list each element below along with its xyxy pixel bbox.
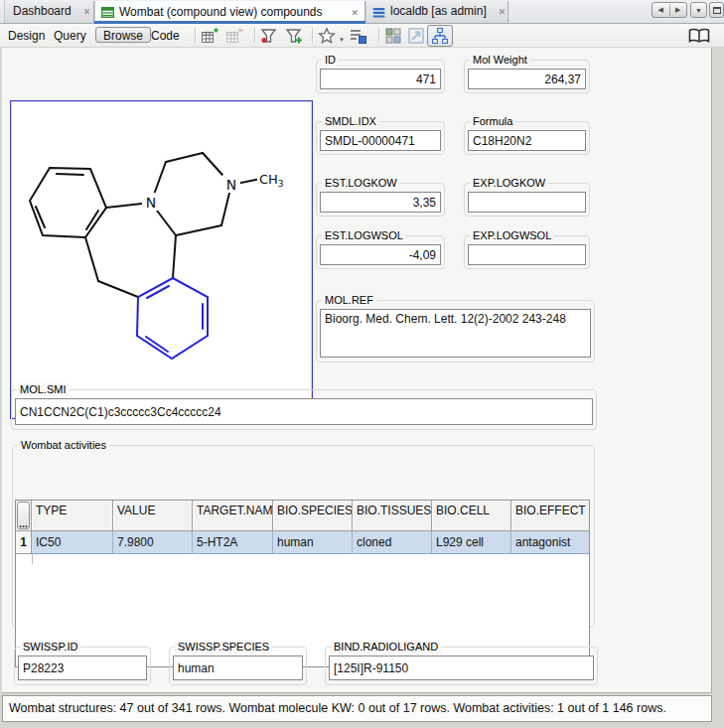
grid-table-icon bbox=[101, 6, 114, 19]
column-header[interactable]: TYPE bbox=[32, 501, 113, 531]
scroll-left-icon[interactable]: ◀ bbox=[652, 6, 669, 14]
code-mode-button[interactable]: Code bbox=[151, 28, 180, 44]
column-chooser-button[interactable]: ... bbox=[17, 502, 30, 529]
column-header[interactable]: BIO.TISSUESOU bbox=[353, 501, 432, 531]
field-label: SWISSP.ID bbox=[20, 641, 80, 654]
field-mol-ref: MOL.REF Bioorg. Med. Chem. Lett. 12(2)-2… bbox=[316, 300, 595, 363]
field-label: EXP.LOGKOW bbox=[470, 177, 548, 190]
tab-dashboard[interactable]: Dashboard ✕ bbox=[4, 1, 94, 23]
field-exp-logkow: EXP.LOGKOW bbox=[464, 183, 590, 217]
field-swissp-id: SWISSP.ID P28223 bbox=[14, 647, 151, 685]
design-mode-button[interactable]: Design bbox=[8, 28, 45, 44]
group-label: Wombat activities bbox=[18, 439, 109, 452]
query-mode-button[interactable]: Query bbox=[54, 28, 86, 44]
widgets-grid-icon[interactable] bbox=[384, 27, 402, 45]
table-cell[interactable]: cloned bbox=[353, 531, 432, 554]
export-arrow-icon[interactable] bbox=[407, 27, 425, 45]
table-cell[interactable]: antagonist bbox=[511, 531, 589, 554]
field-label: EXP.LOGWSOL bbox=[470, 229, 554, 242]
nitrogen-atom-label: N bbox=[146, 195, 156, 211]
molecule-drawing: N N CH3 bbox=[11, 101, 312, 418]
field-mol-weight: Mol Weight 264,37 bbox=[464, 60, 590, 93]
highlighted-ring bbox=[137, 278, 208, 359]
smdl-idx-input[interactable]: SMDL-00000471 bbox=[320, 130, 441, 151]
field-mol-smi: MOL.SMI CN1CCN2C(C1)c3ccccc3Cc4ccccc24 bbox=[11, 389, 597, 430]
add-row-icon[interactable] bbox=[201, 27, 218, 45]
book-icon[interactable] bbox=[687, 27, 711, 45]
nitrogen-atom-label: N bbox=[226, 177, 236, 193]
favorites-star-icon[interactable] bbox=[318, 27, 336, 45]
hierarchy-view-button[interactable] bbox=[427, 25, 453, 47]
table-cell[interactable]: IC50 bbox=[32, 531, 113, 554]
mol-weight-input[interactable]: 264,37 bbox=[468, 69, 586, 89]
tab-bar: Dashboard ✕ Wombat (compound view) compo… bbox=[0, 0, 724, 24]
column-header[interactable]: BIO.EFFECT bbox=[511, 501, 589, 531]
view-toolbar: Design Query Browse Code bbox=[0, 24, 724, 48]
field-label: EST.LOGWSOL bbox=[322, 229, 406, 242]
scroll-right-icon[interactable]: ▶ bbox=[669, 6, 686, 14]
field-exp-logwsol: EXP.LOGWSOL bbox=[464, 235, 590, 269]
bind-radioligand-input[interactable]: [125I]R-91150 bbox=[329, 655, 594, 680]
swissp-species-input[interactable]: human bbox=[173, 655, 303, 680]
application-window: Dashboard ✕ Wombat (compound view) compo… bbox=[0, 0, 724, 728]
field-id: ID 471 bbox=[316, 60, 445, 93]
delete-row-icon[interactable] bbox=[225, 27, 243, 45]
field-label: SWISSP.SPECIES bbox=[175, 641, 272, 654]
row-number: 1 bbox=[16, 531, 32, 554]
table-cell[interactable]: 5-HT2A bbox=[193, 531, 273, 554]
field-label: MOL.REF bbox=[322, 294, 376, 307]
molecule-structure-panel[interactable]: N N CH3 bbox=[10, 100, 313, 419]
field-label: Formula bbox=[470, 115, 515, 128]
exp-logwsol-input[interactable] bbox=[468, 244, 586, 265]
maximize-icon bbox=[713, 7, 721, 14]
close-icon[interactable]: ✕ bbox=[343, 8, 359, 18]
field-swissp-species: SWISSP.SPECIES human bbox=[169, 647, 307, 685]
tab-wombat-compounds[interactable]: Wombat (compound view) compounds ✕ bbox=[94, 1, 365, 24]
maximize-window-button[interactable] bbox=[709, 2, 724, 18]
compound-form: N N CH3 ID 471 Mol Weight 264,37 SMDL.ID… bbox=[2, 48, 712, 693]
table-cell[interactable]: L929 cell bbox=[432, 531, 511, 554]
est-logkow-input[interactable]: 3,35 bbox=[320, 192, 441, 213]
exp-logkow-input[interactable] bbox=[468, 192, 586, 213]
filter-add-icon[interactable] bbox=[285, 27, 303, 45]
table-row[interactable]: 1 IC50 7.9800 5-HT2A human cloned L929 c… bbox=[16, 531, 589, 554]
column-header[interactable]: BIO.CELL bbox=[432, 501, 511, 531]
field-smdl-idx: SMDL.IDX SMDL-00000471 bbox=[316, 121, 445, 155]
tab-localdb[interactable]: localdb [as admin] ✕ bbox=[365, 1, 508, 23]
toolbar-separator bbox=[195, 28, 196, 43]
field-label: MOL.SMI bbox=[17, 383, 69, 396]
table-cell[interactable]: human bbox=[273, 531, 353, 554]
tab-list-dropdown-button[interactable]: ▼ bbox=[690, 2, 707, 18]
table-corner-cell: ... bbox=[16, 501, 32, 531]
tab-label: localdb [as admin] bbox=[388, 4, 491, 20]
hierarchy-icon bbox=[431, 27, 449, 45]
chevron-down-icon: ▼ bbox=[695, 7, 702, 14]
id-input[interactable]: 471 bbox=[320, 69, 441, 89]
mol-ref-input[interactable]: Bioorg. Med. Chem. Lett. 12(2)-2002 243-… bbox=[320, 309, 591, 358]
tab-scroll-buttons: ◀ ▶ bbox=[652, 2, 687, 18]
field-label: EST.LOGKOW bbox=[322, 177, 400, 190]
column-header[interactable]: TARGET.NAME bbox=[193, 501, 273, 531]
column-header[interactable]: VALUE bbox=[113, 501, 193, 531]
field-formula: Formula C18H20N2 bbox=[464, 121, 590, 155]
mol-smi-input[interactable]: CN1CCN2C(C1)c3ccccc3Cc4ccccc24 bbox=[15, 398, 593, 425]
formula-input[interactable]: C18H20N2 bbox=[468, 130, 586, 151]
field-list-icon[interactable] bbox=[350, 27, 367, 45]
toolbar-separator bbox=[312, 28, 313, 43]
filter-active-icon[interactable] bbox=[260, 27, 278, 45]
est-logwsol-input[interactable]: -4,09 bbox=[320, 244, 441, 265]
field-est-logwsol: EST.LOGWSOL -4,09 bbox=[316, 235, 445, 269]
close-icon[interactable]: ✕ bbox=[75, 7, 91, 17]
status-bar: Wombat structures: 47 out of 341 rows. W… bbox=[2, 695, 712, 722]
tab-label: Dashboard bbox=[11, 4, 75, 20]
toolbar-separator bbox=[378, 28, 379, 43]
star-dropdown-icon[interactable]: ▼ bbox=[339, 32, 345, 48]
browse-mode-button[interactable]: Browse bbox=[95, 27, 151, 43]
close-icon[interactable]: ✕ bbox=[491, 7, 507, 17]
database-connection-icon bbox=[372, 6, 385, 19]
column-header[interactable]: BIO.SPECIES bbox=[273, 501, 353, 531]
row-count-status: Wombat structures: 47 out of 341 rows. W… bbox=[9, 701, 666, 715]
swissp-id-input[interactable]: P28223 bbox=[18, 655, 147, 680]
table-cell[interactable]: 7.9800 bbox=[113, 531, 193, 554]
field-label: ID bbox=[322, 54, 339, 67]
